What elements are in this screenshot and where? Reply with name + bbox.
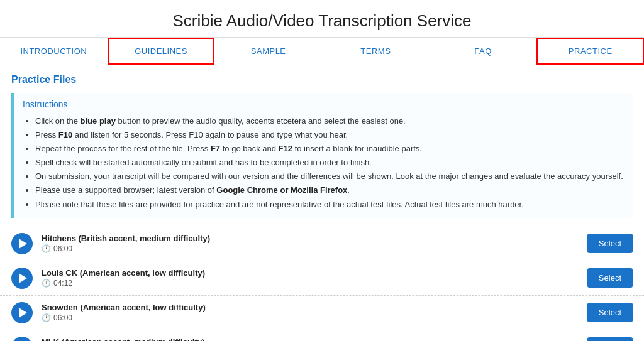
file-duration: 🕐06:00 xyxy=(42,244,587,253)
file-row: Louis CK (American accent, low difficult… xyxy=(0,261,644,296)
instruction-item: Click on the blue play button to preview… xyxy=(35,114,624,128)
play-button[interactable] xyxy=(11,337,33,341)
instruction-item: Press F10 and listen for 5 seconds. Pres… xyxy=(35,128,624,142)
file-list: Hitchens (British accent, medium difficu… xyxy=(0,227,644,341)
file-duration: 🕐06:00 xyxy=(42,313,587,322)
instructions-heading: Instructions xyxy=(23,99,624,109)
clock-icon: 🕐 xyxy=(42,244,51,253)
clock-icon: 🕐 xyxy=(42,279,51,288)
select-button[interactable]: Select xyxy=(587,337,633,341)
nav-item-terms[interactable]: TERMS xyxy=(322,38,430,65)
duration-text: 06:00 xyxy=(53,244,72,253)
select-button[interactable]: Select xyxy=(587,234,633,253)
file-duration: 🕐04:12 xyxy=(42,279,587,288)
instruction-item: Spell check will be started automaticall… xyxy=(35,156,624,170)
file-name: Hitchens (British accent, medium difficu… xyxy=(42,234,587,243)
instructions-list: Click on the blue play button to preview… xyxy=(23,114,624,212)
section-title: Practice Files xyxy=(0,65,644,89)
file-name: MLK (American accent, medium difficulty) xyxy=(42,337,587,341)
play-button[interactable] xyxy=(11,268,33,289)
nav-item-guidelines[interactable]: GUIDELINES xyxy=(108,38,215,65)
instruction-item: Please note that these files are provide… xyxy=(35,198,624,212)
instruction-item: Please use a supported browser; latest v… xyxy=(35,183,624,197)
nav-item-sample[interactable]: SAMPLE xyxy=(214,38,322,65)
file-row: Snowden (American accent, low difficulty… xyxy=(0,296,644,330)
instructions-box: Instructions Click on the blue play butt… xyxy=(11,93,633,218)
duration-text: 04:12 xyxy=(53,279,72,288)
file-name: Louis CK (American accent, low difficult… xyxy=(42,268,587,278)
file-info: Louis CK (American accent, low difficult… xyxy=(42,268,587,288)
navigation-bar: INTRODUCTIONGUIDELINESSAMPLETERMSFAQPRAC… xyxy=(0,37,644,65)
file-name: Snowden (American accent, low difficulty… xyxy=(42,303,587,312)
file-info: MLK (American accent, medium difficulty)… xyxy=(42,337,587,341)
file-info: Hitchens (British accent, medium difficu… xyxy=(42,234,587,253)
select-button[interactable]: Select xyxy=(587,303,633,322)
nav-item-faq[interactable]: FAQ xyxy=(430,38,537,65)
clock-icon: 🕐 xyxy=(42,313,51,322)
play-button[interactable] xyxy=(11,233,33,254)
play-button[interactable] xyxy=(11,302,33,323)
instruction-item: On submission, your transcript will be c… xyxy=(35,170,624,183)
page-title: Scribie Audio/Video Transcription Servic… xyxy=(0,0,644,37)
file-info: Snowden (American accent, low difficulty… xyxy=(42,303,587,322)
file-row: MLK (American accent, medium difficulty)… xyxy=(0,330,644,341)
nav-item-practice[interactable]: PRACTICE xyxy=(536,38,644,65)
instruction-item: Repeat the process for the rest of the f… xyxy=(35,142,624,156)
file-row: Hitchens (British accent, medium difficu… xyxy=(0,227,644,261)
nav-item-introduction[interactable]: INTRODUCTION xyxy=(0,38,108,65)
select-button[interactable]: Select xyxy=(587,268,633,288)
duration-text: 06:00 xyxy=(53,313,72,322)
